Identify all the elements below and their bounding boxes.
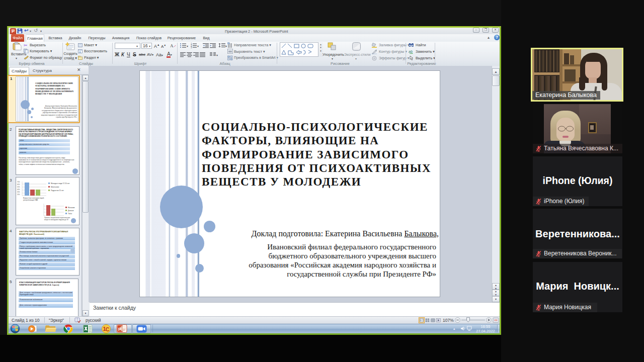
svg-text:C: C	[106, 327, 109, 332]
svg-text:Табак: Табак	[68, 213, 72, 215]
svg-text:30%: 30%	[17, 191, 20, 193]
svg-text:70%: 70%	[17, 181, 20, 183]
svg-text:3: 3	[191, 46, 192, 48]
svg-text:Подростки 15 лет: Подростки 15 лет	[51, 190, 64, 192]
svg-text:употребляющих ПАВ: употребляющих ПАВ	[23, 199, 38, 201]
svg-text:Девочки: Девочки	[68, 210, 74, 212]
svg-text:P: P	[118, 326, 122, 332]
svg-text:50%: 50%	[17, 186, 20, 188]
svg-text:Молодые люди 17-20 лет: Молодые люди 17-20 лет	[51, 183, 70, 185]
svg-text:A: A	[170, 43, 174, 48]
svg-text:40%: 40%	[17, 189, 20, 191]
svg-text:Школьники: Школьники	[51, 186, 59, 188]
svg-text:Мальчики: Мальчики	[68, 207, 75, 209]
svg-text:60%: 60%	[17, 184, 20, 186]
svg-text:веществ молодыми людьми до 18: веществ молодыми людьми до 18	[44, 219, 68, 221]
svg-text:20%: 20%	[17, 194, 20, 196]
